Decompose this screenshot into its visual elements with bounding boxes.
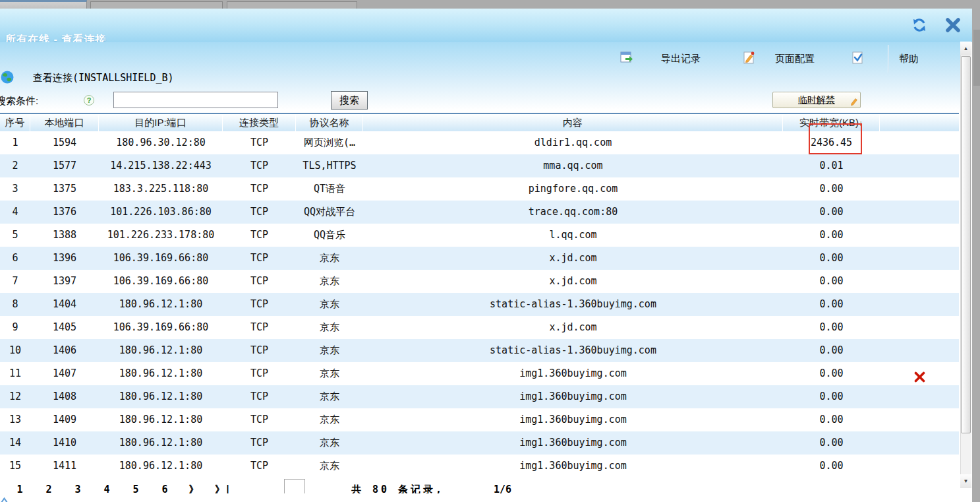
- cell-content: pingfore.qq.com: [363, 177, 783, 201]
- page-button-》[interactable]: 》: [179, 484, 208, 493]
- page-indicator: 1/6: [494, 484, 511, 493]
- cell-bandwidth: 0.00: [783, 270, 880, 293]
- cell-local-port: 1376: [30, 201, 99, 224]
- cell-action: [880, 316, 959, 339]
- cell-action: [880, 431, 959, 455]
- cell-local-port: 1408: [30, 385, 99, 408]
- table-row: 101406180.96.12.1:80TCP京东static-alias-1.…: [0, 339, 959, 362]
- cell-index: 6: [0, 247, 30, 270]
- table-row: 121408180.96.12.1:80TCP京东img1.360buyimg.…: [0, 385, 959, 408]
- export-records-icon[interactable]: [620, 51, 633, 67]
- table-body: 11594180.96.30.12:80TCP网页浏览(…dldir1.qq.c…: [0, 131, 959, 478]
- cell-action: [880, 131, 959, 154]
- header-local-port[interactable]: 本地端口: [30, 114, 99, 132]
- page-config-button[interactable]: 页面配置: [775, 52, 815, 65]
- table-row: 71397106.39.169.66:80TCP京东x.jd.com0.00: [0, 270, 959, 293]
- search-button[interactable]: 搜索: [331, 91, 368, 110]
- cell-dest: 14.215.138.22:443: [99, 154, 223, 177]
- cell-bandwidth: 0.00: [783, 247, 880, 270]
- header-index[interactable]: 序号: [0, 114, 30, 132]
- temporary-unblock-label: 临时解禁: [798, 94, 835, 105]
- cell-content: static-alias-1.360buyimg.com: [363, 293, 783, 316]
- cell-local-port: 1396: [30, 247, 99, 270]
- header-content[interactable]: 内容: [363, 114, 783, 132]
- cell-content: img1.360buyimg.com: [363, 385, 783, 408]
- page-config-icon[interactable]: [743, 51, 756, 67]
- table-row: 151411180.96.12.1:80TCP京东img1.360buyimg.…: [0, 455, 959, 478]
- cell-local-port: 1397: [30, 270, 99, 293]
- cell-index: 5: [0, 224, 30, 247]
- cell-local-port: 1406: [30, 339, 99, 362]
- cell-dest: 180.96.30.12:80: [99, 131, 223, 154]
- cell-bandwidth: 0.00: [783, 201, 880, 224]
- cell-bandwidth: 0.00: [783, 224, 880, 247]
- cell-content: img1.360buyimg.com: [363, 455, 783, 478]
- delete-connection-icon[interactable]: [914, 368, 925, 385]
- cell-bandwidth: 0.00: [783, 177, 880, 201]
- cell-content: x.jd.com: [363, 316, 783, 339]
- cell-bandwidth: 0.00: [783, 431, 880, 455]
- background-page-fragment: [973, 30, 980, 86]
- question-help-icon[interactable]: ?: [84, 95, 94, 106]
- cell-local-port: 1375: [30, 177, 99, 201]
- scrollbar-thumb[interactable]: [961, 56, 971, 433]
- page-button-2[interactable]: 2: [34, 484, 63, 493]
- cell-dest: 180.96.12.1:80: [99, 455, 223, 478]
- cell-local-port: 1411: [30, 455, 99, 478]
- cell-conn-type: TCP: [223, 177, 296, 201]
- cell-action: [880, 339, 959, 362]
- cell-conn-type: TCP: [223, 408, 296, 431]
- cell-content: trace.qq.com:80: [363, 201, 783, 224]
- help-icon[interactable]: [851, 51, 865, 67]
- cell-conn-type: TCP: [223, 339, 296, 362]
- page-button-5[interactable]: 5: [121, 484, 150, 493]
- cell-content: img1.360buyimg.com: [363, 431, 783, 455]
- page-button-4[interactable]: 4: [92, 484, 121, 493]
- cell-dest: 106.39.169.66:80: [99, 316, 223, 339]
- page-button-》|[interactable]: 》|: [208, 484, 237, 493]
- scrollbar-down-icon[interactable]: ▼: [960, 474, 971, 488]
- cell-protocol: 京东: [296, 362, 363, 385]
- cell-protocol: 京东: [296, 455, 363, 478]
- cell-local-port: 1404: [30, 293, 99, 316]
- header-conn-type[interactable]: 连接类型: [223, 114, 296, 132]
- export-records-button[interactable]: 导出记录: [661, 52, 701, 65]
- cell-bandwidth: 0.00: [783, 339, 880, 362]
- cell-bandwidth: 0.00: [783, 316, 880, 339]
- close-icon[interactable]: [945, 17, 961, 33]
- help-button[interactable]: 帮助: [899, 52, 919, 65]
- background-tab-active[interactable]: [0, 0, 87, 9]
- cell-bandwidth: 0.00: [783, 385, 880, 408]
- cell-index: 3: [0, 177, 30, 201]
- search-input[interactable]: [113, 92, 278, 108]
- background-tab[interactable]: [90, 1, 223, 9]
- page-jump-input[interactable]: [284, 479, 305, 493]
- cell-content: x.jd.com: [363, 247, 783, 270]
- cell-protocol: 京东: [296, 293, 363, 316]
- background-tab[interactable]: [227, 1, 357, 9]
- section-title: 查看连接(INSTALLSHIELD_B): [33, 72, 174, 84]
- scrollbar-up-icon[interactable]: ▲: [960, 42, 971, 55]
- cell-action: [880, 247, 959, 270]
- cell-conn-type: TCP: [223, 154, 296, 177]
- temporary-unblock-button[interactable]: 临时解禁: [772, 92, 861, 108]
- cell-action: [880, 270, 959, 293]
- cell-index: 9: [0, 316, 30, 339]
- cell-local-port: 1388: [30, 224, 99, 247]
- cell-local-port: 1594: [30, 131, 99, 154]
- table-row: 111407180.96.12.1:80TCP京东img1.360buyimg.…: [0, 362, 959, 385]
- page-button-1[interactable]: 1: [5, 484, 34, 493]
- cell-protocol: 京东: [296, 431, 363, 455]
- page-button-6[interactable]: 6: [150, 484, 179, 493]
- cell-action: [880, 455, 959, 478]
- cell-protocol: 京东: [296, 247, 363, 270]
- cell-protocol: 网页浏览(…: [296, 131, 363, 154]
- table-row: 41376101.226.103.86:80TCPQQ对战平台trace.qq.…: [0, 201, 959, 224]
- page-button-3[interactable]: 3: [63, 484, 92, 493]
- header-protocol[interactable]: 协议名称: [296, 114, 363, 132]
- globe-icon: [1, 71, 14, 86]
- table-row: 2157714.215.138.22:443TCPTLS,HTTPSmma.qq…: [0, 154, 959, 177]
- refresh-icon[interactable]: [911, 17, 927, 33]
- header-dest-ip-port[interactable]: 目的IP:端口: [99, 114, 223, 132]
- cell-dest: 180.96.12.1:80: [99, 408, 223, 431]
